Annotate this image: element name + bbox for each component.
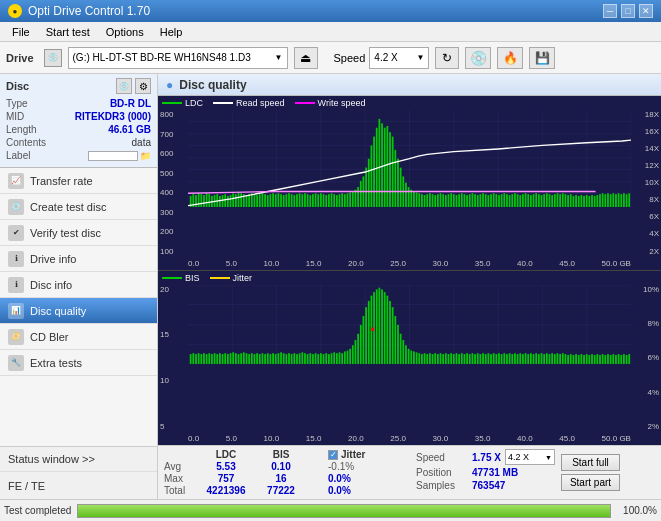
chart-top-legend: LDC Read speed Write speed: [162, 98, 365, 108]
position-val: 47731 MB: [472, 467, 518, 478]
menu-options[interactable]: Options: [98, 24, 152, 40]
jitter-checkbox[interactable]: ✓: [328, 450, 338, 460]
disc-label-browse[interactable]: 📁: [140, 151, 151, 161]
svg-rect-149: [538, 194, 540, 207]
speed-stat-select[interactable]: 4.2 X ▼: [505, 449, 555, 465]
svg-rect-286: [424, 353, 426, 365]
disc-label-input[interactable]: [88, 151, 138, 161]
svg-rect-274: [392, 307, 394, 365]
svg-rect-336: [557, 353, 559, 365]
drive-select[interactable]: (G:) HL-DT-ST BD-RE WH16NS48 1.D3 ▼: [68, 47, 288, 69]
total-jitter: 0.0%: [328, 485, 408, 496]
fe-te-button[interactable]: FE / TE: [0, 471, 157, 499]
start-full-button[interactable]: Start full: [561, 454, 620, 471]
eject-button[interactable]: ⏏: [294, 47, 318, 69]
svg-rect-364: [371, 327, 374, 331]
minimize-button[interactable]: ─: [603, 4, 617, 18]
svg-rect-291: [437, 354, 439, 365]
sidebar-item-transfer-rate[interactable]: 📈 Transfer rate: [0, 168, 157, 194]
content-header: ● Disc quality: [158, 74, 661, 96]
svg-rect-151: [543, 194, 545, 207]
svg-rect-308: [482, 353, 484, 365]
svg-rect-328: [535, 353, 537, 365]
svg-rect-118: [456, 195, 458, 207]
status-window-button[interactable]: Status window >>: [0, 447, 157, 471]
svg-rect-320: [514, 353, 516, 365]
menu-file[interactable]: File: [4, 24, 38, 40]
sidebar-item-disc-quality[interactable]: 📊 Disc quality: [0, 298, 157, 324]
svg-rect-92: [386, 126, 388, 208]
svg-rect-233: [283, 353, 285, 365]
burn-button[interactable]: 🔥: [497, 47, 523, 69]
svg-rect-109: [432, 194, 434, 207]
svg-rect-94: [392, 137, 394, 208]
svg-rect-150: [541, 195, 543, 207]
svg-rect-24: [206, 193, 208, 207]
svg-rect-353: [602, 354, 604, 365]
svg-rect-128: [482, 193, 484, 207]
save-button[interactable]: 💾: [529, 47, 555, 69]
svg-rect-114: [445, 195, 447, 207]
legend-read-speed: Read speed: [236, 98, 285, 108]
svg-rect-77: [347, 193, 349, 207]
svg-rect-55: [288, 193, 290, 207]
svg-rect-263: [363, 316, 365, 365]
disc-mid-label: MID: [6, 111, 24, 122]
speed-select[interactable]: 4.2 X ▼: [369, 47, 429, 69]
sidebar-item-cd-bler[interactable]: 📀 CD Bler: [0, 324, 157, 350]
legend-bis: BIS: [185, 273, 200, 283]
svg-rect-85: [368, 159, 370, 208]
total-bis: 77222: [256, 485, 306, 496]
svg-rect-315: [501, 354, 503, 365]
progress-bar-outer: [77, 504, 611, 518]
y-axis-right-top: 18X16X14X12X10X8X6X4X2X: [633, 110, 661, 256]
refresh-button[interactable]: ↻: [435, 47, 459, 69]
svg-rect-71: [331, 193, 333, 207]
disc-button[interactable]: 💿: [465, 47, 491, 69]
svg-rect-21: [198, 193, 200, 207]
disc-refresh-button[interactable]: 💿: [116, 78, 132, 94]
svg-rect-205: [208, 353, 210, 365]
svg-rect-303: [469, 354, 471, 365]
test-completed-label: Test completed: [4, 505, 71, 516]
svg-rect-174: [604, 194, 606, 207]
svg-rect-122: [466, 195, 468, 207]
avg-ldc: 5.53: [196, 461, 256, 472]
disc-settings-button[interactable]: ⚙: [135, 78, 151, 94]
svg-rect-157: [559, 194, 561, 207]
svg-rect-289: [432, 354, 434, 365]
svg-rect-106: [424, 195, 426, 207]
svg-rect-49: [272, 193, 274, 207]
sidebar-item-create-test-disc[interactable]: 💿 Create test disc: [0, 194, 157, 220]
menu-help[interactable]: Help: [152, 24, 191, 40]
svg-rect-176: [610, 194, 612, 207]
sidebar-item-drive-info[interactable]: ℹ Drive info: [0, 246, 157, 272]
svg-rect-75: [341, 193, 343, 207]
svg-rect-329: [538, 354, 540, 365]
svg-rect-232: [280, 352, 282, 364]
svg-rect-34: [232, 193, 234, 207]
svg-rect-333: [549, 354, 551, 365]
disc-length-value: 46.61 GB: [108, 124, 151, 135]
svg-rect-343: [575, 354, 577, 365]
sidebar-item-extra-tests[interactable]: 🔧 Extra tests: [0, 350, 157, 376]
svg-rect-348: [588, 354, 590, 364]
maximize-button[interactable]: □: [621, 4, 635, 18]
svg-rect-252: [333, 352, 335, 364]
svg-rect-78: [349, 192, 351, 207]
svg-rect-235: [288, 353, 290, 365]
svg-rect-52: [280, 194, 282, 207]
menu-start-test[interactable]: Start test: [38, 24, 98, 40]
close-button[interactable]: ✕: [639, 4, 653, 18]
charts-area: LDC Read speed Write speed 8007006005004…: [158, 96, 661, 445]
sidebar-item-disc-info[interactable]: ℹ Disc info: [0, 272, 157, 298]
svg-rect-264: [365, 307, 367, 365]
svg-rect-293: [442, 354, 444, 365]
svg-rect-225: [262, 353, 264, 365]
svg-rect-47: [267, 195, 269, 207]
start-part-button[interactable]: Start part: [561, 474, 620, 491]
avg-label: Avg: [164, 461, 196, 472]
svg-rect-335: [554, 354, 556, 365]
svg-rect-134: [498, 195, 500, 207]
sidebar-item-verify-test-disc[interactable]: ✔ Verify test disc: [0, 220, 157, 246]
